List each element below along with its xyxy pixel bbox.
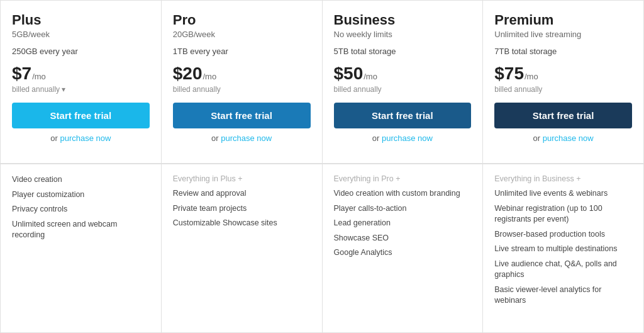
- plan-subtitle: 20GB/week: [173, 30, 311, 39]
- price-dollar: $: [12, 64, 22, 84]
- features-header: Everything in Pro +: [334, 174, 472, 183]
- price-num: 75: [504, 64, 524, 84]
- billed-label: billed annually: [12, 85, 60, 94]
- plan-billed: billed annually: [334, 85, 472, 94]
- price-period: /mo: [203, 72, 216, 81]
- purchase-or: or: [533, 133, 543, 143]
- plan-header: Business No weekly limits 5TB total stor…: [323, 1, 483, 164]
- feature-item: Video creation with custom branding: [334, 188, 472, 200]
- feature-item: Webinar registration (up to 100 registra…: [494, 203, 632, 225]
- price-dollar: $: [494, 64, 504, 84]
- plan-storage: 1TB every year: [173, 47, 311, 56]
- price-dollar: $: [173, 64, 183, 84]
- plan-subtitle: 5GB/week: [12, 30, 150, 39]
- purchase-link[interactable]: purchase now: [60, 133, 111, 143]
- plan-subtitle: Unlimited live streaming: [494, 30, 632, 39]
- trial-button[interactable]: Start free trial: [173, 103, 311, 128]
- plan-storage: 7TB total storage: [494, 47, 632, 56]
- plan-subtitle: No weekly limits: [334, 30, 472, 39]
- plan-price-row: $75/mo: [494, 64, 632, 84]
- purchase-or: or: [372, 133, 382, 143]
- plan-billed: billed annually ▾: [12, 85, 150, 94]
- trial-button[interactable]: Start free trial: [334, 103, 472, 128]
- plan-pro: Pro 20GB/week 1TB every year $20/mo bill…: [162, 1, 323, 332]
- plan-name: Premium: [494, 12, 632, 28]
- feature-item: Customizable Showcase sites: [173, 218, 311, 229]
- feature-item: Live stream to multiple destinations: [494, 244, 632, 255]
- billing-dropdown[interactable]: ▾: [62, 85, 65, 94]
- feature-item: Player calls-to-action: [334, 203, 472, 215]
- feature-item: Live audience chat, Q&A, polls and graph…: [494, 259, 632, 281]
- purchase-link[interactable]: purchase now: [221, 133, 272, 143]
- plan-billed: billed annually: [494, 85, 632, 94]
- plan-business: Business No weekly limits 5TB total stor…: [323, 1, 484, 332]
- features-header: Everything in Plus +: [173, 174, 311, 183]
- plan-price-row: $20/mo: [173, 64, 311, 84]
- billed-label: billed annually: [494, 85, 542, 94]
- feature-item: Basic viewer-level analytics for webinar…: [494, 285, 632, 307]
- plan-premium: Premium Unlimited live streaming 7TB tot…: [483, 1, 643, 332]
- price-num: 7: [22, 64, 32, 84]
- plan-header: Premium Unlimited live streaming 7TB tot…: [483, 1, 643, 164]
- price-num: 20: [182, 64, 202, 84]
- plan-price-row: $50/mo: [334, 64, 472, 84]
- plan-header: Pro 20GB/week 1TB every year $20/mo bill…: [162, 1, 322, 164]
- price-period: /mo: [525, 72, 538, 81]
- feature-item: Unlimited screen and webcam recording: [12, 219, 150, 241]
- purchase-row: or purchase now: [12, 133, 150, 143]
- pricing-container: Plus 5GB/week 250GB every year $7/mo bil…: [0, 0, 644, 333]
- plan-price-row: $7/mo: [12, 64, 150, 84]
- plan-features: Everything in Plus + Review and approval…: [162, 164, 322, 332]
- feature-item: Browser-based production tools: [494, 229, 632, 240]
- price-dollar: $: [334, 64, 344, 84]
- plan-features: Everything in Pro + Video creation with …: [323, 164, 483, 332]
- feature-item: Player customization: [12, 189, 150, 201]
- trial-button[interactable]: Start free trial: [12, 103, 150, 128]
- feature-item: Unlimited live events & webinars: [494, 188, 632, 200]
- plan-storage: 5TB total storage: [334, 47, 472, 56]
- plan-features: Video creationPlayer customizationPrivac…: [1, 164, 161, 332]
- feature-item: Private team projects: [173, 203, 311, 215]
- plan-name: Pro: [173, 12, 311, 28]
- purchase-or: or: [50, 133, 60, 143]
- price-num: 50: [343, 64, 363, 84]
- plan-name: Business: [334, 12, 472, 28]
- purchase-row: or purchase now: [494, 133, 632, 143]
- plan-name: Plus: [12, 12, 150, 28]
- purchase-link[interactable]: purchase now: [382, 133, 433, 143]
- plan-plus: Plus 5GB/week 250GB every year $7/mo bil…: [1, 1, 162, 332]
- purchase-row: or purchase now: [334, 133, 472, 143]
- feature-item: Showcase SEO: [334, 233, 472, 244]
- price-period: /mo: [32, 72, 46, 81]
- plan-header: Plus 5GB/week 250GB every year $7/mo bil…: [1, 1, 161, 164]
- features-header: Everything in Business +: [494, 174, 632, 183]
- trial-button[interactable]: Start free trial: [494, 103, 632, 128]
- feature-item: Video creation: [12, 174, 150, 186]
- feature-item: Review and approval: [173, 188, 311, 200]
- plan-storage: 250GB every year: [12, 47, 150, 56]
- price-period: /mo: [364, 72, 377, 81]
- feature-item: Lead generation: [334, 218, 472, 229]
- feature-item: Privacy controls: [12, 204, 150, 215]
- plan-billed: billed annually: [173, 85, 311, 94]
- purchase-or: or: [211, 133, 221, 143]
- purchase-row: or purchase now: [173, 133, 311, 143]
- billed-label: billed annually: [173, 85, 221, 94]
- purchase-link[interactable]: purchase now: [543, 133, 594, 143]
- plan-features: Everything in Business + Unlimited live …: [483, 164, 643, 332]
- feature-item: Google Analytics: [334, 247, 472, 259]
- billed-label: billed annually: [334, 85, 382, 94]
